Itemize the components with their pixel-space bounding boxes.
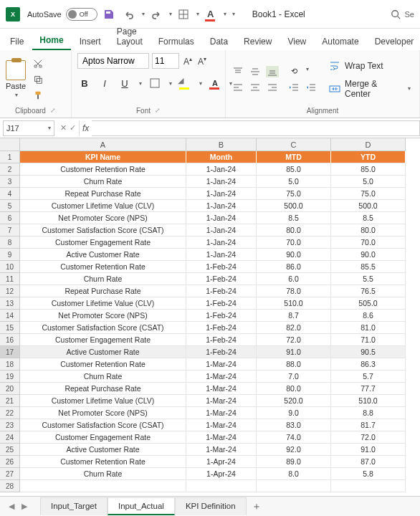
- row-header[interactable]: 21: [0, 395, 20, 407]
- cell[interactable]: 8.0: [257, 468, 331, 480]
- align-bottom-icon[interactable]: [266, 66, 279, 77]
- formula-input[interactable]: [92, 120, 420, 136]
- cell[interactable]: 1-Mar-24: [186, 431, 257, 444]
- align-right-icon[interactable]: [266, 82, 279, 93]
- cell[interactable]: [331, 480, 406, 492]
- cell[interactable]: 80.0: [257, 224, 331, 236]
- cell[interactable]: Customer Retention Rate: [20, 163, 186, 176]
- cell[interactable]: 75.0: [257, 188, 331, 200]
- cell[interactable]: 510.0: [331, 395, 406, 407]
- cell[interactable]: Customer Satisfaction Score (CSAT): [20, 322, 186, 334]
- cell[interactable]: 86.3: [331, 358, 406, 371]
- row-header[interactable]: 15: [0, 322, 20, 334]
- cell[interactable]: Customer Satisfaction Score (CSAT): [20, 419, 186, 431]
- cell[interactable]: 5.0: [257, 176, 331, 188]
- cell[interactable]: 1-Feb-24: [186, 285, 257, 297]
- cell[interactable]: 77.7: [331, 383, 406, 395]
- cell[interactable]: 74.0: [257, 431, 331, 444]
- fx-label[interactable]: fx: [82, 123, 89, 133]
- cell[interactable]: Repeat Purchase Rate: [20, 383, 186, 395]
- row-header[interactable]: 4: [0, 188, 20, 200]
- row-header[interactable]: 22: [0, 407, 20, 419]
- cell[interactable]: Net Promoter Score (NPS): [20, 407, 186, 419]
- increase-font-icon[interactable]: A▴: [182, 56, 194, 67]
- cell[interactable]: Customer Lifetime Value (CLV): [20, 395, 186, 407]
- cell[interactable]: Customer Engagement Rate: [20, 236, 186, 249]
- cell[interactable]: 7.0: [257, 371, 331, 383]
- cell[interactable]: 1-Jan-24: [186, 176, 257, 188]
- align-center-icon[interactable]: [249, 82, 262, 93]
- cell[interactable]: Net Promoter Score (NPS): [20, 212, 186, 224]
- row-header[interactable]: 27: [0, 468, 20, 480]
- cell[interactable]: 90.0: [257, 249, 331, 261]
- cell[interactable]: 500.0: [331, 200, 406, 212]
- ribbon-tab-insert[interactable]: Insert: [72, 32, 108, 50]
- cell[interactable]: 1-Mar-24: [186, 419, 257, 431]
- cell[interactable]: 82.0: [257, 322, 331, 334]
- format-painter-icon[interactable]: [32, 90, 44, 101]
- decrease-indent-icon[interactable]: [287, 82, 300, 93]
- column-header[interactable]: A: [20, 138, 186, 151]
- column-header[interactable]: C: [257, 138, 331, 151]
- row-header[interactable]: 14: [0, 310, 20, 322]
- sheet-nav-prev-icon[interactable]: ◀: [6, 501, 17, 512]
- row-header[interactable]: 26: [0, 456, 20, 468]
- cell[interactable]: Customer Retention Rate: [20, 358, 186, 371]
- row-header[interactable]: 2: [0, 163, 20, 176]
- ribbon-tab-automate[interactable]: Automate: [315, 32, 366, 50]
- font-color-button[interactable]: A: [208, 76, 222, 90]
- cell[interactable]: 70.0: [331, 236, 406, 249]
- ribbon-tab-page-layout[interactable]: Page Layout: [110, 22, 150, 50]
- cell[interactable]: 1-Mar-24: [186, 407, 257, 419]
- cell[interactable]: 78.0: [257, 285, 331, 297]
- row-header[interactable]: 9: [0, 249, 20, 261]
- cell[interactable]: Customer Engagement Rate: [20, 431, 186, 444]
- paste-button[interactable]: Paste ▾: [6, 60, 26, 98]
- spreadsheet-grid[interactable]: ABCD 12345678910111213141516171819202122…: [0, 138, 420, 492]
- ribbon-tab-home[interactable]: Home: [32, 31, 70, 50]
- cell[interactable]: YTD: [331, 151, 406, 163]
- cell[interactable]: [20, 480, 186, 492]
- redo-icon[interactable]: [148, 6, 165, 23]
- cell[interactable]: Customer Retention Rate: [20, 456, 186, 468]
- row-header[interactable]: 8: [0, 236, 20, 249]
- cell[interactable]: 75.0: [331, 188, 406, 200]
- copy-icon[interactable]: [32, 74, 44, 85]
- cell[interactable]: 1-Feb-24: [186, 346, 257, 358]
- borders-button[interactable]: [148, 76, 162, 90]
- cell[interactable]: 1-Feb-24: [186, 297, 257, 310]
- cell[interactable]: 8.6: [331, 310, 406, 322]
- cell[interactable]: Customer Satisfaction Score (CSAT): [20, 224, 186, 236]
- cell[interactable]: 1-Jan-24: [186, 200, 257, 212]
- autosave-toggle[interactable]: Off: [66, 8, 97, 21]
- cell[interactable]: Net Promoter Score (NPS): [20, 310, 186, 322]
- cell[interactable]: 8.5: [331, 212, 406, 224]
- row-header[interactable]: 28: [0, 480, 20, 492]
- merge-center-button[interactable]: Merge & Center▾: [326, 77, 414, 100]
- cell[interactable]: 1-Jan-24: [186, 188, 257, 200]
- cell[interactable]: 87.0: [331, 456, 406, 468]
- align-middle-icon[interactable]: [249, 66, 262, 77]
- cell[interactable]: 8.5: [257, 212, 331, 224]
- cell[interactable]: 520.0: [257, 395, 331, 407]
- ribbon-tab-developer[interactable]: Developer: [368, 32, 420, 50]
- row-header[interactable]: 11: [0, 273, 20, 285]
- cell[interactable]: 1-Jan-24: [186, 236, 257, 249]
- fill-color-button[interactable]: ◢: [178, 76, 192, 90]
- add-sheet-button[interactable]: ＋: [248, 500, 265, 513]
- row-header[interactable]: 12: [0, 285, 20, 297]
- cell[interactable]: 80.0: [257, 383, 331, 395]
- cell[interactable]: KPI Name: [20, 151, 186, 163]
- bold-button[interactable]: B: [77, 76, 92, 90]
- cell[interactable]: 1-Feb-24: [186, 334, 257, 346]
- cell[interactable]: 71.0: [331, 334, 406, 346]
- ribbon-tab-data[interactable]: Data: [203, 32, 235, 50]
- row-header[interactable]: 6: [0, 212, 20, 224]
- wrap-text-button[interactable]: Wrap Text: [326, 59, 414, 73]
- cell[interactable]: 80.0: [331, 224, 406, 236]
- cell[interactable]: 92.0: [257, 444, 331, 456]
- cell[interactable]: Repeat Purchase Rate: [20, 285, 186, 297]
- align-top-icon[interactable]: [232, 66, 244, 77]
- cell[interactable]: 1-Apr-24: [186, 456, 257, 468]
- cell[interactable]: Churn Rate: [20, 273, 186, 285]
